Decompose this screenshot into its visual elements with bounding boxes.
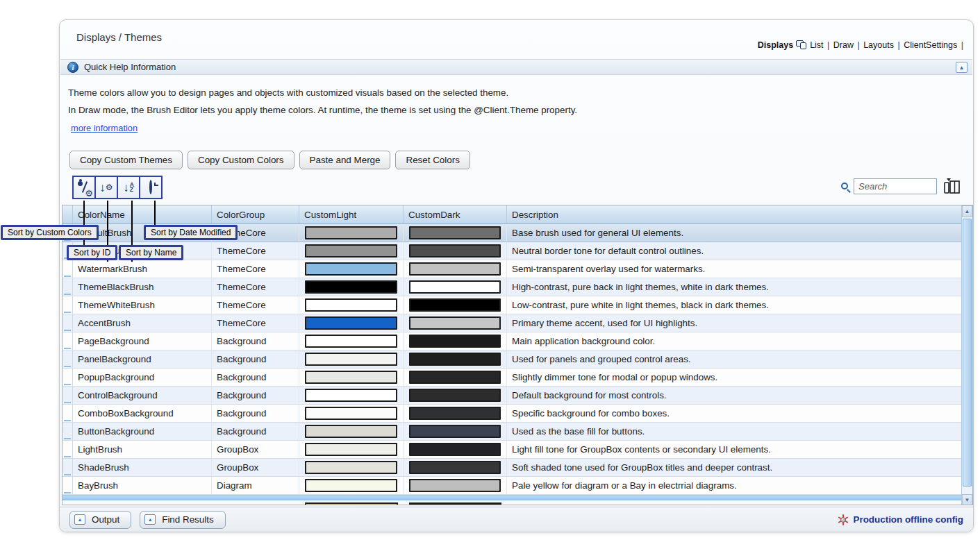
- scrollbar-thumb[interactable]: [963, 219, 972, 487]
- light-color-swatch[interactable]: [305, 371, 397, 384]
- nav-item-clientsettings[interactable]: ClientSettings: [904, 40, 957, 50]
- help-line-2: In Draw mode, the Brush Editor lets you …: [68, 105, 577, 115]
- custom-dark-cell: [404, 459, 507, 476]
- row-gutter: [63, 296, 73, 314]
- description-cell: Soft shaded tone used for GroupBox title…: [507, 459, 962, 476]
- color-name-cell: WatermarkBrush: [73, 260, 212, 278]
- output-button[interactable]: ▲ Output: [69, 511, 131, 529]
- table-row[interactable]: BorderBrushThemeCoreNeutral border tone …: [63, 242, 972, 260]
- find-results-button[interactable]: ▲ Find Results: [140, 511, 225, 529]
- custom-dark-cell: [404, 224, 507, 242]
- collapse-help-button[interactable]: ▲: [956, 62, 967, 73]
- table-row[interactable]: ControlBackgroundBackgroundDefault backg…: [63, 387, 972, 405]
- table-row[interactable]: ThemeWhiteBrushThemeCoreLow-contrast, pu…: [63, 296, 972, 314]
- search-input[interactable]: [854, 178, 937, 194]
- dark-color-swatch[interactable]: [409, 280, 501, 294]
- column-header-customdark[interactable]: CustomDark: [404, 205, 507, 223]
- light-color-swatch[interactable]: [305, 443, 397, 456]
- column-header-colorgroup[interactable]: ColorGroup: [212, 205, 299, 223]
- reset-colors-button[interactable]: Reset Colors: [395, 151, 470, 169]
- nav-item-list[interactable]: List: [810, 40, 823, 50]
- custom-light-cell: [299, 441, 404, 458]
- color-name-cell: PopupBackground: [73, 369, 212, 386]
- table-row[interactable]: LightBrushGroupBoxLight fill tone for Gr…: [63, 441, 972, 459]
- id-sort-button[interactable]: ↓⚙: [94, 176, 118, 199]
- nav-displays-label: Displays: [758, 40, 793, 50]
- dark-color-swatch[interactable]: [409, 443, 501, 456]
- dark-color-swatch[interactable]: [409, 389, 501, 402]
- dark-color-swatch[interactable]: [409, 244, 501, 257]
- dark-color-swatch[interactable]: [409, 371, 501, 384]
- light-color-swatch[interactable]: [305, 298, 397, 312]
- vertical-scrollbar[interactable]: ▲ ▼: [961, 205, 972, 505]
- row-gutter: [63, 369, 73, 386]
- light-color-swatch[interactable]: [305, 479, 397, 492]
- dark-color-swatch[interactable]: [409, 479, 501, 492]
- light-color-swatch[interactable]: [305, 280, 397, 294]
- column-header-customlight[interactable]: CustomLight: [299, 205, 404, 223]
- nav-item-layouts[interactable]: Layouts: [863, 40, 894, 50]
- copy-custom-themes-button[interactable]: Copy Custom Themes: [69, 151, 183, 169]
- row-gutter: [63, 314, 73, 332]
- custom-dark-cell: [404, 278, 507, 296]
- light-color-swatch[interactable]: [305, 244, 397, 257]
- horizontal-scrollbar[interactable]: [63, 495, 962, 500]
- dark-color-swatch[interactable]: [409, 461, 501, 474]
- paste-and-merge-button[interactable]: Paste and Merge: [299, 151, 391, 169]
- name-sort-icon: ↓AZ: [123, 182, 134, 194]
- table-row[interactable]: PanelBackgroundBackgroundUsed for panels…: [63, 350, 972, 369]
- custom-light-cell: [299, 224, 404, 242]
- light-color-swatch[interactable]: [305, 226, 397, 239]
- dark-color-swatch[interactable]: [409, 335, 501, 348]
- dark-color-swatch[interactable]: [409, 407, 501, 420]
- table-row[interactable]: AccentBrushThemeCorePrimary theme accent…: [63, 314, 972, 332]
- dark-color-swatch[interactable]: [409, 298, 501, 312]
- table-row[interactable]: ButtonBackgroundBackgroundUsed as the ba…: [63, 423, 972, 441]
- table-row[interactable]: PopupBackgroundBackgroundSlightly dimmer…: [63, 369, 972, 387]
- search-icon: [841, 183, 848, 189]
- color-group-cell: ThemeCore: [212, 242, 299, 260]
- nav-separator: |: [824, 40, 833, 50]
- row-handle: [64, 492, 71, 493]
- light-color-swatch[interactable]: [305, 425, 397, 438]
- dark-color-swatch[interactable]: [409, 316, 501, 330]
- quick-help-bar[interactable]: i Quick Help Information ▲: [60, 59, 972, 75]
- light-color-swatch[interactable]: [305, 461, 397, 474]
- connection-status[interactable]: Production offline config: [838, 514, 963, 525]
- custom-colors-sort-button[interactable]: ⚙: [72, 176, 96, 199]
- table-row[interactable]: ThemeBlackBrushThemeCoreHigh-contrast, p…: [63, 278, 972, 296]
- displays-icon: [796, 40, 807, 50]
- color-name-cell: ThemeBlackBrush: [73, 278, 212, 296]
- date-modified-sort-button[interactable]: [139, 176, 163, 199]
- light-color-swatch[interactable]: [305, 407, 397, 420]
- light-color-swatch[interactable]: [305, 316, 397, 330]
- light-color-swatch[interactable]: [305, 389, 397, 402]
- dark-color-swatch[interactable]: [409, 262, 501, 276]
- dark-color-swatch[interactable]: [409, 425, 501, 438]
- nav-item-draw[interactable]: Draw: [833, 40, 854, 50]
- dark-color-swatch[interactable]: [409, 353, 501, 366]
- light-color-swatch[interactable]: [305, 262, 397, 276]
- custom-dark-cell: [404, 260, 507, 278]
- color-group-cell: Background: [212, 405, 299, 422]
- row-gutter: [63, 260, 73, 278]
- table-row[interactable]: PageBackgroundBackgroundMain application…: [63, 332, 972, 350]
- column-chooser-icon[interactable]: [942, 178, 961, 194]
- more-information-link[interactable]: more information: [71, 123, 138, 133]
- table-row[interactable]: WatermarkBrushThemeCoreSemi-transparent …: [63, 260, 972, 278]
- column-header-description[interactable]: Description: [507, 205, 962, 223]
- light-color-swatch[interactable]: [305, 335, 397, 348]
- dark-color-swatch[interactable]: [409, 226, 501, 239]
- color-name-cell: ControlBackground: [73, 387, 212, 404]
- description-cell: Default background for most controls.: [507, 387, 962, 404]
- light-color-swatch[interactable]: [305, 353, 397, 366]
- scroll-up-button[interactable]: ▲: [962, 205, 972, 217]
- column-header-colorname[interactable]: ColorName: [73, 205, 212, 223]
- name-sort-button[interactable]: ↓AZ: [117, 176, 140, 199]
- copy-custom-colors-button[interactable]: Copy Custom Colors: [188, 151, 294, 169]
- callout-sort-by-name: Sort by Name: [119, 245, 183, 260]
- scroll-down-button[interactable]: ▼: [962, 494, 972, 505]
- table-row[interactable]: ShadeBrushGroupBoxSoft shaded tone used …: [63, 459, 972, 477]
- table-row[interactable]: BayBrushDiagramPale yellow for diagram o…: [63, 477, 972, 495]
- table-row[interactable]: ComboBoxBackgroundBackgroundSpecific bac…: [63, 405, 972, 423]
